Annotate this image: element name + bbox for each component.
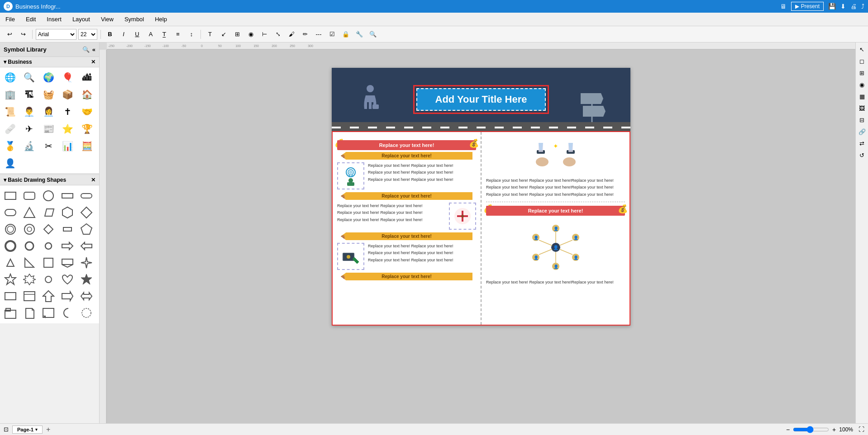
right-tool-arrow[interactable]: ↖ [857, 44, 867, 54]
symbol-world[interactable]: 🌍 [40, 69, 57, 85]
shape-arrow-right[interactable] [60, 238, 75, 254]
symbol-cross[interactable]: ✝ [60, 104, 76, 120]
shape-ring3[interactable] [41, 238, 56, 254]
shape-rect-2lines[interactable] [22, 288, 37, 304]
font-select[interactable]: Arial [36, 29, 76, 40]
zoom-minus-button[interactable]: − [785, 426, 791, 433]
symbol-newspaper[interactable]: 📰 [40, 121, 57, 137]
right-tool-grid[interactable]: ⊞ [857, 68, 867, 78]
redo-button[interactable]: ↪ [17, 28, 29, 40]
shape-circle-double[interactable] [22, 222, 37, 237]
shape-fold[interactable] [41, 305, 56, 321]
table-button[interactable]: ⊞ [231, 28, 243, 40]
share-icon[interactable]: ⤴ [861, 3, 864, 10]
shape-rect-rounded[interactable] [22, 188, 37, 203]
right-tool-circle[interactable]: ◉ [857, 80, 867, 90]
expand-button[interactable]: ⤡ [272, 28, 284, 40]
zoom-plus-button[interactable]: + [831, 426, 837, 433]
find-button[interactable]: 🔍 [367, 28, 379, 40]
category-business[interactable]: ▾ Business ✕ [0, 57, 99, 67]
shape-btn2[interactable]: ◉ [245, 28, 257, 40]
italic-button[interactable]: I [118, 28, 129, 40]
shape-parallelogram[interactable] [41, 205, 56, 220]
symbol-search[interactable]: 🔍 [21, 69, 38, 85]
slide-title-selection-box[interactable]: Add Your Title Here [413, 85, 549, 114]
screen-icon[interactable]: 🖥 [780, 3, 787, 10]
shape-5star[interactable] [3, 272, 18, 287]
shapes-close-icon[interactable]: ✕ [91, 177, 95, 183]
shape-rect-tl[interactable] [3, 288, 18, 304]
connector-button[interactable]: ↙ [218, 28, 229, 40]
shape-rect-r2[interactable] [79, 188, 94, 203]
symbol-microscope[interactable]: 🔬 [21, 138, 38, 154]
menu-file[interactable]: File [4, 15, 17, 24]
menu-layout[interactable]: Layout [71, 15, 92, 24]
underline-button[interactable]: U [131, 28, 143, 40]
shape-ring2[interactable] [22, 238, 37, 254]
shape-doc[interactable] [22, 305, 37, 321]
symbol-calculator[interactable]: 🧮 [79, 138, 95, 154]
save-icon[interactable]: 💾 [828, 3, 836, 10]
symbol-plane[interactable]: ✈ [21, 121, 38, 137]
right-tool-table[interactable]: ▦ [857, 91, 867, 101]
symbol-basket[interactable]: 🧺 [40, 86, 57, 103]
font-color-button[interactable]: A [145, 28, 157, 40]
tool-button[interactable]: 🔧 [353, 28, 365, 40]
pencil-button[interactable]: ✏ [299, 28, 311, 40]
symbol-city[interactable]: 🏙 [79, 69, 95, 85]
symbol-building1[interactable]: 🏢 [2, 86, 18, 103]
shape-small-circle[interactable] [41, 272, 56, 287]
menu-edit[interactable]: Edit [24, 15, 38, 24]
shape-square[interactable] [41, 255, 56, 270]
shape-tab[interactable] [3, 305, 18, 321]
symbol-person[interactable]: 👤 [2, 155, 18, 171]
slide-panel-icon[interactable]: ⊡ [4, 426, 9, 433]
shape-starburst[interactable] [79, 305, 94, 321]
symbol-building3[interactable]: 🏠 [79, 86, 95, 103]
slide-title-box[interactable]: Add Your Title Here [416, 88, 546, 111]
size-select[interactable]: 22 [78, 29, 97, 40]
symbol-building2[interactable]: 🏗 [21, 86, 38, 103]
shape-rhombus[interactable] [41, 222, 56, 237]
symbol-man1[interactable]: 👨‍💼 [21, 104, 38, 120]
shape-heart[interactable] [60, 272, 75, 287]
symbol-scissors[interactable]: ✂ [40, 138, 57, 154]
right-tool-shape[interactable]: ◻ [857, 56, 867, 66]
shape-arrow-up[interactable] [41, 288, 56, 304]
line-button[interactable]: --- [313, 28, 324, 40]
shape-arrow-left[interactable] [79, 238, 94, 254]
symbol-handshake[interactable]: 🤝 [79, 104, 95, 120]
shape-diamond[interactable] [79, 205, 94, 220]
spacing-button[interactable]: ↕ [186, 28, 197, 40]
shape-banner[interactable] [60, 255, 75, 270]
symbol-box[interactable]: 📦 [60, 86, 76, 103]
shape-crescent[interactable] [60, 305, 75, 321]
shape-arrow-lr[interactable] [79, 288, 94, 304]
add-page-button[interactable]: + [46, 426, 50, 434]
shape-circle[interactable] [41, 188, 56, 203]
canvas-scroll-area[interactable]: Add Your Title Here [107, 50, 855, 423]
symbol-trophy[interactable]: 🏆 [79, 121, 95, 137]
zoom-slider[interactable] [793, 426, 829, 433]
shape-triangle[interactable] [22, 205, 37, 220]
undo-button[interactable]: ↩ [4, 28, 15, 40]
menu-symbol[interactable]: Symbol [123, 15, 146, 24]
text-format-button[interactable]: T̲ [158, 28, 170, 40]
shape-rect-thin[interactable] [60, 188, 75, 203]
right-tool-history[interactable]: ↺ [857, 150, 867, 160]
menu-insert[interactable]: Insert [45, 15, 63, 24]
shape-pentagon[interactable] [79, 222, 94, 237]
shape-right-triangle[interactable] [22, 255, 37, 270]
right-tool-image[interactable]: 🖼 [857, 103, 867, 113]
symbol-scroll[interactable]: 📜 [2, 104, 18, 120]
right-tool-link[interactable]: 🔗 [857, 127, 867, 137]
shape-6star[interactable] [22, 272, 37, 287]
shape-pill[interactable] [3, 205, 18, 220]
shape-circle-outline[interactable] [3, 222, 18, 237]
print-icon[interactable]: 🖨 [850, 3, 857, 10]
symbol-medical[interactable]: 🩹 [2, 121, 18, 137]
symbol-balloon[interactable]: 🎈 [60, 69, 76, 85]
right-tool-align[interactable]: ⊟ [857, 115, 867, 125]
bar-button[interactable]: ⊢ [258, 28, 270, 40]
shape-5star2[interactable] [79, 272, 94, 287]
